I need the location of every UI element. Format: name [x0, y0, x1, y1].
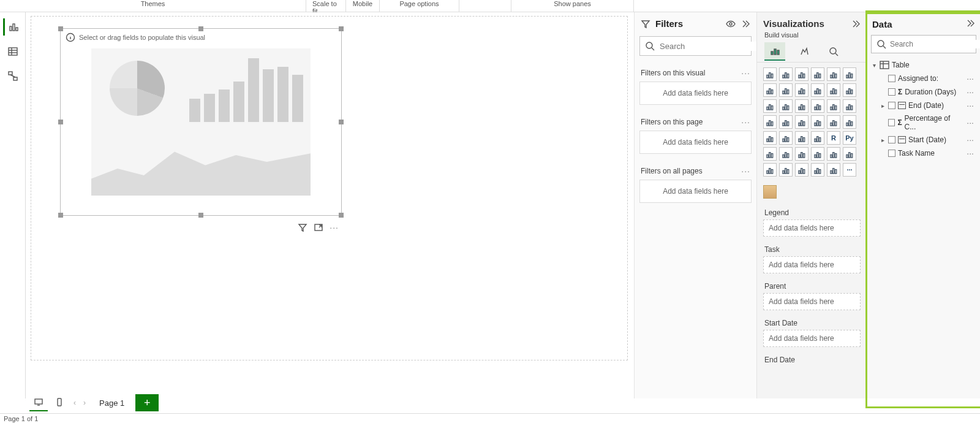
custom-visual-button[interactable]: [763, 185, 777, 199]
add-page-button[interactable]: +: [135, 394, 159, 411]
field-row[interactable]: ▸Assigned to:···: [870, 72, 978, 85]
viz-type-arcgis[interactable]: [763, 163, 777, 177]
viz-type-gauge[interactable]: [811, 115, 824, 129]
ribbon-group-mobile[interactable]: Mobile: [346, 0, 380, 12]
viz-type-stacked-area[interactable]: [795, 83, 809, 97]
field-more-icon[interactable]: ···: [964, 148, 976, 158]
field-well-drop[interactable]: Add data fields here: [763, 219, 861, 237]
resize-handle[interactable]: [58, 120, 63, 124]
viz-type-paginated[interactable]: [843, 147, 856, 161]
viz-type-decomposition[interactable]: [779, 147, 793, 161]
ribbon-group-page-options[interactable]: Page options: [380, 0, 459, 12]
viz-type-qna[interactable]: [795, 147, 809, 161]
viz-type-line-clustered[interactable]: [811, 83, 824, 97]
filters-search[interactable]: [639, 36, 752, 56]
field-row[interactable]: ▸End (Date)···: [870, 99, 978, 112]
field-checkbox[interactable]: [888, 119, 895, 126]
field-row[interactable]: ▸ΣPercentage of C...···: [870, 112, 978, 133]
viz-type-r-visual[interactable]: R: [827, 131, 840, 145]
filters-search-input[interactable]: [660, 42, 763, 51]
field-row[interactable]: ▸Start (Date)···: [870, 133, 978, 147]
field-well-drop[interactable]: Add data fields here: [763, 293, 861, 310]
next-page-button[interactable]: ›: [81, 398, 88, 407]
field-row[interactable]: ▸Task Name···: [870, 147, 978, 160]
field-checkbox[interactable]: [888, 88, 895, 96]
viz-type-stacked-bar-100[interactable]: [827, 67, 840, 81]
viz-type-donut[interactable]: [827, 99, 840, 113]
field-more-icon[interactable]: ···: [964, 74, 976, 83]
viz-type-py-visual[interactable]: Py: [843, 131, 856, 145]
resize-handle[interactable]: [339, 26, 344, 31]
filters-page-dropwell[interactable]: Add data fields here: [639, 131, 752, 154]
filters-visual-dropwell[interactable]: Add data fields here: [639, 82, 752, 105]
viz-type-key-influencers[interactable]: [763, 147, 777, 161]
field-more-icon[interactable]: ···: [964, 135, 976, 145]
viz-type-narrative[interactable]: [811, 147, 824, 161]
field-more-icon[interactable]: ···: [964, 118, 976, 128]
viz-type-clustered-bar[interactable]: [779, 67, 793, 81]
field-row[interactable]: ▸ΣDuration (Days)···: [870, 85, 978, 99]
resize-handle[interactable]: [339, 213, 344, 218]
resize-handle[interactable]: [58, 26, 63, 31]
format-visual-tab[interactable]: [794, 42, 815, 61]
viz-type-ribbon[interactable]: [843, 83, 856, 97]
viz-type-kpi[interactable]: [763, 131, 777, 145]
data-search-input[interactable]: [890, 40, 980, 48]
report-canvas[interactable]: Select or drag fields to populate this v…: [26, 12, 634, 398]
viz-type-filled-map[interactable]: [779, 115, 793, 129]
field-more-icon[interactable]: ···: [964, 87, 976, 97]
viz-type-scatter[interactable]: [795, 99, 809, 113]
data-view-button[interactable]: [4, 43, 21, 60]
viz-type-treemap[interactable]: [843, 99, 856, 113]
collapse-icon[interactable]: [965, 18, 975, 30]
ribbon-group-themes[interactable]: Themes: [0, 0, 306, 12]
desktop-view-button[interactable]: [29, 394, 48, 411]
viz-type-multi-row[interactable]: [843, 115, 856, 129]
viz-type-goals[interactable]: [827, 147, 840, 161]
viz-type-stacked-column[interactable]: [795, 67, 809, 81]
empty-visual-placeholder[interactable]: Select or drag fields to populate this v…: [60, 28, 342, 216]
viz-type-waterfall[interactable]: [763, 99, 777, 113]
viz-type-azure-map[interactable]: [795, 115, 809, 129]
more-icon[interactable]: ···: [741, 166, 750, 176]
resize-handle[interactable]: [198, 213, 203, 218]
viz-type-table[interactable]: [795, 131, 809, 145]
resize-handle[interactable]: [198, 26, 203, 31]
viz-type-line[interactable]: [763, 83, 777, 97]
viz-type-powerautomate[interactable]: [795, 163, 809, 177]
table-node[interactable]: ▾ Table: [870, 58, 978, 72]
more-icon[interactable]: ···: [741, 68, 750, 78]
viz-type-card[interactable]: [827, 115, 840, 129]
viz-type-pie[interactable]: [811, 99, 824, 113]
more-options-icon[interactable]: ···: [330, 223, 339, 232]
viz-type-powerapps[interactable]: [779, 163, 793, 177]
eye-icon[interactable]: [726, 19, 736, 29]
field-checkbox[interactable]: [888, 75, 895, 82]
viz-type-map[interactable]: [763, 115, 777, 129]
focus-mode-icon[interactable]: [314, 223, 323, 232]
field-checkbox[interactable]: [888, 136, 895, 143]
viz-type-clustered-column[interactable]: [811, 67, 824, 81]
collapse-icon[interactable]: [741, 19, 750, 29]
resize-handle[interactable]: [58, 213, 63, 218]
resize-handle[interactable]: [339, 120, 344, 124]
more-icon[interactable]: ···: [741, 117, 750, 127]
filter-icon[interactable]: [298, 223, 307, 232]
viz-type-area[interactable]: [779, 83, 793, 97]
report-view-button[interactable]: [3, 18, 20, 36]
viz-type-slicer[interactable]: [779, 131, 793, 145]
prev-page-button[interactable]: ‹: [71, 398, 78, 407]
chevron-right-icon[interactable]: ▸: [880, 102, 886, 109]
viz-type-custom-1[interactable]: [811, 163, 824, 177]
viz-type-line-stacked[interactable]: [827, 83, 840, 97]
field-checkbox[interactable]: [888, 102, 895, 109]
analytics-tab[interactable]: [823, 42, 844, 61]
viz-type-stacked-column-100[interactable]: [843, 67, 856, 81]
field-well-drop[interactable]: Add data fields here: [763, 256, 861, 273]
chevron-down-icon[interactable]: ▾: [871, 62, 877, 69]
chevron-right-icon[interactable]: ▸: [880, 137, 886, 143]
model-view-button[interactable]: [4, 67, 21, 85]
collapse-icon[interactable]: [851, 19, 861, 29]
field-more-icon[interactable]: ···: [964, 101, 976, 110]
viz-type-matrix[interactable]: [811, 131, 824, 145]
